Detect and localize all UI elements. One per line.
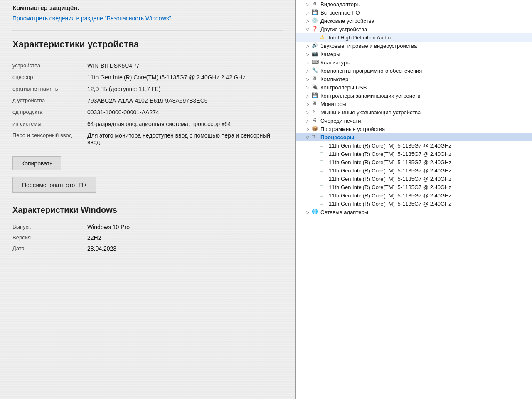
row-value: Для этого монитора недоступен ввод с пом… [87,130,283,148]
security-status: Компьютер защищён. [12,4,283,11]
category-item[interactable]: ▷ 💾 Встроенное ПО [296,8,532,17]
device-section-title: Характеристики устройства [12,39,283,50]
category-item[interactable]: ▷ 🌐 Сетевые адаптеры [296,208,532,216]
windows-info-table: ВыпускWindows 10 ProВерсия22H2Дата28.04.… [12,222,283,254]
item-icon: ❓ [312,26,319,32]
item-label: Дисковые устройства [320,18,374,24]
item-icon: 💿 [312,17,319,24]
item-label: Процессоры [320,134,355,140]
category-item[interactable]: ▷ 📷 Камеры [296,50,532,58]
row-label: ип системы [12,118,87,130]
device-tree-container: ▷ 🖥 Видеоадаптеры ▷ 💾 Встроенное ПО ▷ 💿 … [296,0,532,216]
category-item[interactable]: ▷ 💾 Контроллеры запоминающих устройств [296,91,532,100]
device-manager-panel: ▷ 🖥 Видеоадаптеры ▷ 💾 Встроенное ПО ▷ 💿 … [295,0,532,399]
category-item[interactable]: ▽ ❓ Другие устройства [296,25,532,33]
item-label: Компьютер [320,76,348,82]
expand-icon: ▷ [306,19,312,23]
processor-item[interactable]: □ 11th Gen Intel(R) Core(TM) i5-1135G7 @… [296,175,532,183]
item-icon: 🖨 [312,117,319,124]
item-icon: 📷 [312,51,319,57]
device-info-row: оцессор11th Gen Intel(R) Core(TM) i5-113… [12,71,283,83]
processor-item[interactable]: □ 11th Gen Intel(R) Core(TM) i5-1135G7 @… [296,158,532,166]
row-label: д устройства [12,95,87,106]
row-label: Перо и сенсорный ввод [12,130,87,148]
item-label: Контроллеры запоминающих устройств [320,93,420,99]
item-icon: □ [312,134,319,140]
settings-panel: Компьютер защищён. Просмотреть сведения … [0,0,295,399]
windows-info-row: Версия22H2 [12,232,283,243]
processor-item[interactable]: □ 11th Gen Intel(R) Core(TM) i5-1135G7 @… [296,150,532,158]
device-item[interactable]: ⚠ Intel High Definition Audio [296,33,532,42]
category-item[interactable]: ▷ 🖥 Видеоадаптеры [296,0,532,8]
item-icon: 💾 [312,9,319,16]
device-info-row: еративная память12,0 ГБ (доступно: 11,7 … [12,83,283,95]
processor-item[interactable]: □ 11th Gen Intel(R) Core(TM) i5-1135G7 @… [296,166,532,175]
item-label: 11th Gen Intel(R) Core(TM) i5-1135G7 @ 2… [329,192,451,199]
item-label: Клавиатуры [320,59,351,66]
processor-item[interactable]: □ 11th Gen Intel(R) Core(TM) i5-1135G7 @… [296,191,532,200]
item-icon: 🖱 [312,109,319,116]
expand-icon: ▷ [306,69,312,73]
category-item[interactable]: ▷ ⌨ Клавиатуры [296,58,532,66]
item-label: Сетевые адаптеры [320,209,368,215]
item-icon: 🖥 [312,101,319,107]
security-link[interactable]: Просмотреть сведения в разделе "Безопасн… [12,15,171,22]
row-label: Дата [12,243,87,254]
row-value: 12,0 ГБ (доступно: 11,7 ГБ) [87,83,283,95]
expand-icon: ▷ [306,127,312,131]
row-value: Windows 10 Pro [87,222,283,232]
category-item[interactable]: ▷ 📦 Программные устройства [296,125,532,133]
item-icon: 🖥 [312,1,319,7]
expand-icon: ▷ [306,94,312,98]
row-label: еративная память [12,83,87,95]
category-item[interactable]: ▽ □ Процессоры [296,133,532,141]
item-label: 11th Gen Intel(R) Core(TM) i5-1135G7 @ 2… [329,184,451,190]
item-icon: □ [320,192,328,199]
item-label: Мониторы [320,101,346,107]
row-value: 793ABC2A-A1AA-4102-B619-9A8A597B3EC5 [87,95,283,106]
expand-icon: ▷ [306,10,312,15]
item-label: Звуковые, игровые и видеоустройства [320,43,417,49]
item-label: 11th Gen Intel(R) Core(TM) i5-1135G7 @ 2… [329,143,451,149]
item-icon: ⌨ [312,59,319,66]
expand-icon: ▷ [306,85,312,90]
expand-icon: ▷ [306,2,312,7]
item-label: 11th Gen Intel(R) Core(TM) i5-1135G7 @ 2… [329,201,451,207]
category-item[interactable]: ▷ 🔧 Компоненты программного обеспечения [296,66,532,75]
row-value: 28.04.2023 [87,243,283,254]
category-item[interactable]: ▷ 🔌 Контроллеры USB [296,83,532,91]
item-label: 11th Gen Intel(R) Core(TM) i5-1135G7 @ 2… [329,159,451,165]
item-label: Другие устройства [320,26,367,32]
item-icon: 🔌 [312,84,319,91]
category-item[interactable]: ▷ 💿 Дисковые устройства [296,17,532,25]
row-value: 64-разрядная операционная система, проце… [87,118,283,130]
row-label: устройства [12,60,87,71]
category-item[interactable]: ▷ 🖥 Компьютер [296,75,532,83]
expand-icon: ▷ [306,110,312,115]
device-info-row: д устройства793ABC2A-A1AA-4102-B619-9A8A… [12,95,283,106]
category-item[interactable]: ▷ 🔊 Звуковые, игровые и видеоустройства [296,42,532,50]
rename-button[interactable]: Переименовать этот ПК [12,177,96,193]
security-section: Компьютер защищён. Просмотреть сведения … [12,0,283,31]
processor-item[interactable]: □ 11th Gen Intel(R) Core(TM) i5-1135G7 @… [296,141,532,150]
item-label: 11th Gen Intel(R) Core(TM) i5-1135G7 @ 2… [329,151,451,157]
expand-icon: ▷ [306,52,312,57]
row-label: оцессор [12,71,87,83]
copy-button[interactable]: Копировать [12,156,61,170]
expand-icon: ▷ [306,210,312,214]
item-icon: □ [320,184,328,190]
device-info-row: устройстваWIN-BITDSK5U4P7 [12,60,283,71]
category-item[interactable]: ▷ 🖱 Мыши и иные указывающие устройства [296,108,532,116]
row-value: 00331-10000-00001-AA274 [87,106,283,118]
windows-info-row: ВыпускWindows 10 Pro [12,222,283,232]
expand-icon: ▷ [306,102,312,106]
category-item[interactable]: ▷ 🖥 Мониторы [296,100,532,108]
item-label: 11th Gen Intel(R) Core(TM) i5-1135G7 @ 2… [329,176,451,182]
row-label: Выпуск [12,222,87,232]
item-label: Контроллеры USB [320,84,367,91]
category-item[interactable]: ▷ 🖨 Очереди печати [296,116,532,125]
row-value: WIN-BITDSK5U4P7 [87,60,283,71]
processor-item[interactable]: □ 11th Gen Intel(R) Core(TM) i5-1135G7 @… [296,200,532,208]
item-label: Intel High Definition Audio [329,34,391,41]
processor-item[interactable]: □ 11th Gen Intel(R) Core(TM) i5-1135G7 @… [296,183,532,191]
